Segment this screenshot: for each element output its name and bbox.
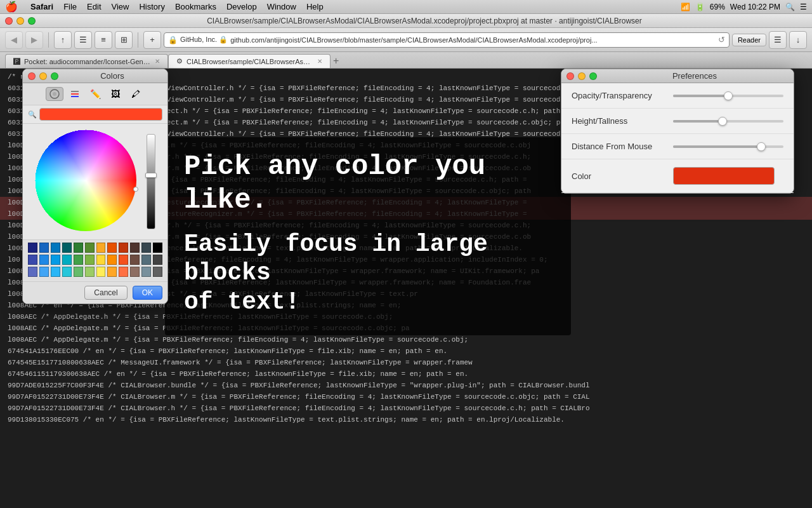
color-mode-crayon[interactable]: 🖍	[127, 87, 145, 101]
color-swatch[interactable]	[96, 267, 106, 277]
color-swatch[interactable]	[119, 267, 128, 277]
tab-2[interactable]: ⚙ CIALBrowser/sample/CIALBrowserAsModal/…	[168, 54, 331, 68]
battery-percent: 69%	[710, 3, 725, 11]
pref-thumb-height[interactable]	[718, 117, 727, 126]
bookmarks-button[interactable]: ☰	[74, 31, 92, 49]
add-tab-button[interactable]: +	[143, 31, 161, 49]
reader-button[interactable]: Reader	[732, 34, 766, 46]
pref-color-swatch[interactable]	[673, 167, 775, 185]
color-swatch[interactable]	[51, 243, 60, 253]
menu-history[interactable]: History	[139, 2, 164, 11]
prefs-zoom-button[interactable]	[589, 72, 597, 80]
apple-menu[interactable]: 🍎	[5, 1, 18, 13]
pref-thumb-opacity[interactable]	[724, 91, 733, 100]
sidebar-button[interactable]: ☰	[769, 31, 787, 49]
tab-1-favicon: 🅿	[13, 58, 20, 65]
menu-window[interactable]: Window	[267, 2, 296, 11]
menu-file[interactable]: File	[63, 2, 77, 11]
reload-icon[interactable]: ↺	[718, 35, 725, 44]
menu-view[interactable]: View	[112, 2, 129, 11]
color-swatch[interactable]	[107, 255, 117, 265]
svg-point-1	[53, 92, 56, 96]
minimize-button[interactable]	[16, 17, 24, 25]
tab-1-close[interactable]: ✕	[155, 58, 160, 65]
color-wheel[interactable]	[35, 130, 136, 231]
color-swatch[interactable]	[119, 255, 128, 265]
menu-help[interactable]: Help	[306, 2, 324, 11]
notifications-icon[interactable]: ☰	[800, 3, 807, 11]
color-swatch[interactable]	[96, 243, 106, 253]
brightness-thumb[interactable]	[145, 173, 157, 178]
color-swatch[interactable]	[28, 243, 37, 253]
color-swatch[interactable]	[74, 267, 83, 277]
reading-list-button[interactable]: ≡	[95, 31, 112, 49]
color-swatch[interactable]	[39, 267, 49, 277]
color-swatch[interactable]	[96, 255, 106, 265]
color-swatch[interactable]	[130, 255, 140, 265]
pref-slider-opacity[interactable]	[673, 95, 783, 97]
maximize-button[interactable]	[28, 17, 36, 25]
colors-search-input[interactable]	[39, 108, 162, 121]
colors-cancel-button[interactable]: Cancel	[84, 286, 127, 300]
tab-overview-button[interactable]: ⊞	[115, 31, 133, 49]
color-swatch[interactable]	[141, 243, 151, 253]
color-swatch[interactable]	[74, 255, 83, 265]
pref-thumb-distance[interactable]	[757, 142, 766, 151]
new-tab-button[interactable]: +	[333, 54, 339, 68]
color-swatch[interactable]	[74, 243, 83, 253]
pref-slider-height[interactable]	[673, 120, 783, 123]
colors-close-button[interactable]	[28, 72, 36, 80]
colors-ok-button[interactable]: OK	[133, 286, 162, 300]
colors-zoom-button[interactable]	[51, 72, 58, 80]
color-swatch[interactable]	[39, 243, 49, 253]
menu-develop[interactable]: Develop	[226, 2, 257, 11]
color-mode-wheel[interactable]	[46, 87, 63, 101]
color-swatch[interactable]	[39, 255, 49, 265]
forward-button[interactable]: ▶	[25, 31, 43, 49]
colors-modes: ✏️ 🖼 🖍	[23, 83, 167, 105]
color-swatch[interactable]	[62, 243, 72, 253]
menu-edit[interactable]: Edit	[87, 2, 101, 11]
menu-bookmarks[interactable]: Bookmarks	[175, 2, 216, 11]
share-button[interactable]: ↑	[54, 31, 72, 49]
tab-1[interactable]: 🅿 Pocket: audiocommander/Iconset-Generat…	[5, 54, 168, 68]
color-swatch[interactable]	[62, 267, 72, 277]
color-swatch[interactable]	[51, 267, 60, 277]
colors-buttons: Cancel OK	[23, 281, 167, 304]
search-icon[interactable]: 🔍	[785, 3, 795, 11]
download-button[interactable]: ↓	[789, 31, 807, 49]
back-button[interactable]: ◀	[5, 31, 23, 49]
color-swatch[interactable]	[28, 255, 37, 265]
color-swatch[interactable]	[85, 243, 95, 253]
wifi-icon: 📶	[681, 3, 690, 11]
color-swatch[interactable]	[153, 255, 162, 265]
color-swatch[interactable]	[28, 267, 37, 277]
color-mode-pencil[interactable]: ✏️	[86, 87, 104, 101]
color-swatch[interactable]	[85, 255, 95, 265]
url-text[interactable]: github.com/antijingoist/CIALBrowser/blob…	[230, 36, 716, 44]
color-mode-sliders[interactable]	[66, 87, 84, 101]
color-swatch[interactable]	[153, 267, 162, 277]
color-swatch[interactable]	[62, 255, 72, 265]
color-wheel-area[interactable]	[23, 124, 167, 239]
colors-minimize-button[interactable]	[39, 72, 47, 80]
color-swatch[interactable]	[51, 255, 60, 265]
menu-safari[interactable]: Safari	[30, 2, 53, 11]
tab-2-close[interactable]: ✕	[317, 58, 322, 65]
color-swatch[interactable]	[107, 243, 117, 253]
close-button[interactable]	[5, 17, 13, 25]
color-swatch[interactable]	[85, 267, 95, 277]
pref-slider-distance[interactable]	[673, 145, 783, 148]
color-swatch[interactable]	[153, 243, 162, 253]
color-swatch[interactable]	[141, 255, 151, 265]
color-mode-image[interactable]: 🖼	[107, 87, 124, 101]
prefs-minimize-button[interactable]	[578, 72, 586, 80]
colors-panel: Colors ✏️ 🖼 🖍 🔍	[22, 69, 168, 304]
prefs-close-button[interactable]	[566, 72, 574, 80]
color-swatch[interactable]	[107, 267, 117, 277]
brightness-slider[interactable]	[147, 134, 155, 229]
color-swatch[interactable]	[130, 267, 140, 277]
color-swatch[interactable]	[130, 243, 140, 253]
color-swatch[interactable]	[141, 267, 151, 277]
color-swatch[interactable]	[119, 243, 128, 253]
